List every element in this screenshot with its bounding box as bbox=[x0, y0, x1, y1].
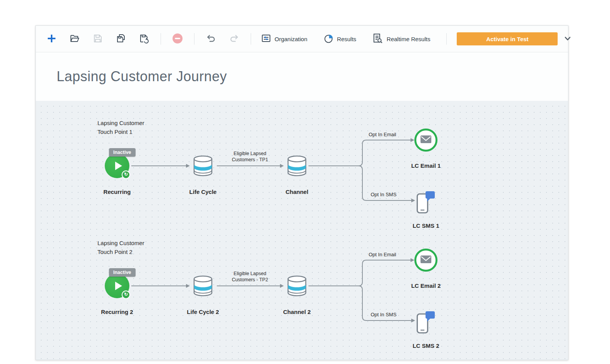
play-icon bbox=[115, 162, 122, 170]
envelope-icon bbox=[420, 255, 432, 265]
journey-canvas[interactable]: Lapsing Customer Touch Point 1 Inactive … bbox=[36, 101, 568, 360]
chevron-down-icon bbox=[563, 34, 572, 44]
sms-node-label: LC SMS 2 bbox=[395, 342, 457, 349]
refresh-icon: ↻ bbox=[122, 291, 130, 299]
realtime-results-label: Realtime Results bbox=[387, 36, 430, 42]
segment-edge-label: Eligible Lapsed Customers - TP1 bbox=[225, 150, 275, 163]
new-button[interactable] bbox=[45, 32, 58, 45]
realtime-results-icon bbox=[372, 33, 383, 45]
redo-button[interactable] bbox=[228, 32, 241, 45]
save-button[interactable] bbox=[91, 32, 104, 45]
channel-node-label: Channel 2 bbox=[266, 309, 328, 315]
channel-node[interactable] bbox=[285, 275, 308, 297]
status-badge: Inactive bbox=[109, 148, 136, 157]
email-node-label: LC Email 1 bbox=[395, 162, 457, 169]
activate-in-test-button[interactable]: Activate in Test bbox=[457, 32, 558, 45]
envelope-icon bbox=[420, 135, 432, 145]
optin-email-edge-label: Opt In Email bbox=[355, 132, 409, 137]
optin-sms-edge-label: Opt In SMS bbox=[357, 312, 411, 317]
activate-options-button[interactable] bbox=[562, 33, 573, 44]
recurring-start-node[interactable]: ↻ bbox=[105, 274, 129, 298]
plus-icon bbox=[47, 33, 57, 45]
floppy-copy-icon bbox=[116, 33, 126, 45]
save-as-copy-button[interactable] bbox=[114, 32, 127, 45]
sms-node[interactable] bbox=[416, 311, 436, 334]
sms-node[interactable] bbox=[416, 190, 436, 214]
optin-email-edge-label: Opt In Email bbox=[355, 252, 409, 257]
channel-node[interactable] bbox=[285, 155, 308, 177]
optin-sms-edge-label: Opt In SMS bbox=[357, 192, 411, 197]
save-version-button[interactable] bbox=[137, 32, 151, 45]
lifecycle-node-label: Life Cycle 2 bbox=[172, 309, 234, 315]
journey-designer-window: Organization Results Realtime Result bbox=[35, 25, 568, 360]
organization-label: Organization bbox=[275, 36, 307, 42]
email-node[interactable] bbox=[414, 129, 437, 152]
database-icon bbox=[191, 172, 215, 178]
organization-button[interactable]: Organization bbox=[261, 33, 307, 45]
toolbar-separator bbox=[161, 33, 161, 45]
minus-circle-icon bbox=[172, 33, 183, 45]
realtime-results-button[interactable]: Realtime Results bbox=[372, 33, 430, 45]
recurring-start-node[interactable]: ↻ bbox=[105, 154, 129, 178]
page-title: Lapsing Customer Journey bbox=[57, 68, 227, 85]
channel-node-label: Channel bbox=[266, 189, 328, 195]
open-button[interactable] bbox=[68, 32, 81, 45]
email-node[interactable] bbox=[414, 249, 437, 272]
toolbar-separator bbox=[251, 33, 251, 45]
refresh-icon: ↻ bbox=[122, 170, 130, 179]
segment-edge-label: Eligible Lapsed Customers - TP2 bbox=[225, 270, 275, 283]
floppy-icon bbox=[93, 33, 103, 45]
journey-flow-2: Lapsing Customer Touch Point 2 Inactive … bbox=[36, 221, 568, 359]
touchpoint-note: Lapsing Customer Touch Point 2 bbox=[97, 239, 158, 257]
start-node-label: Recurring 2 bbox=[86, 309, 148, 315]
lifecycle-node-label: Life Cycle bbox=[172, 189, 234, 195]
floppy-arrow-icon bbox=[139, 33, 149, 45]
email-node-label: LC Email 2 bbox=[395, 282, 457, 289]
toolbar-separator bbox=[194, 33, 194, 45]
journey-flow-1: Lapsing Customer Touch Point 1 Inactive … bbox=[36, 101, 568, 239]
phone-sms-icon bbox=[416, 209, 436, 215]
start-node-label: Recurring bbox=[86, 189, 148, 195]
phone-sms-icon bbox=[416, 329, 436, 336]
undo-button[interactable] bbox=[204, 32, 218, 45]
results-label: Results bbox=[337, 36, 356, 42]
redo-arrow-icon bbox=[229, 33, 239, 45]
remove-button[interactable] bbox=[171, 32, 184, 45]
database-icon bbox=[191, 292, 215, 298]
results-pie-icon bbox=[323, 33, 333, 45]
play-icon bbox=[115, 282, 122, 290]
status-badge: Inactive bbox=[109, 268, 136, 277]
toolbar-separator bbox=[446, 33, 447, 45]
database-icon bbox=[285, 172, 308, 178]
touchpoint-note: Lapsing Customer Touch Point 1 bbox=[97, 119, 158, 137]
undo-arrow-icon bbox=[206, 33, 216, 45]
toolbar: Organization Results Realtime Result bbox=[36, 26, 568, 52]
database-icon bbox=[285, 292, 308, 298]
activate-group: Activate in Test bbox=[446, 32, 573, 45]
lifecycle-node[interactable] bbox=[191, 155, 215, 177]
organization-icon bbox=[261, 33, 271, 45]
lifecycle-node[interactable] bbox=[191, 275, 215, 297]
folder-open-icon bbox=[70, 33, 80, 45]
results-button[interactable]: Results bbox=[323, 33, 356, 45]
title-bar: Lapsing Customer Journey bbox=[36, 52, 568, 101]
